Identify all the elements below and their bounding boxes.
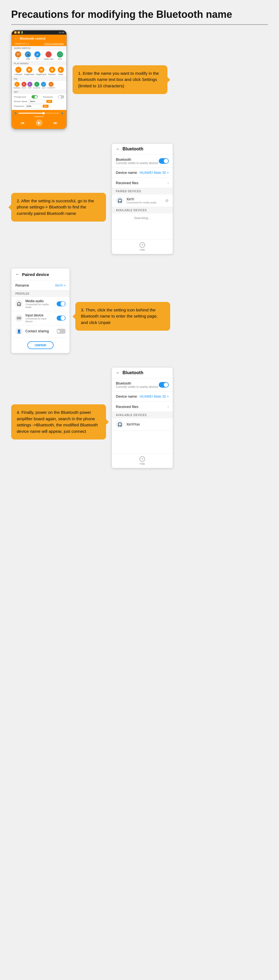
contact-sharing-label: Contact sharing (26, 329, 54, 333)
mode-singlecycle[interactable]: 🔂 SingleCycle (36, 67, 46, 75)
eq-jazz[interactable]: J JAZZ (41, 82, 46, 89)
profiles-header: PROFILES (11, 291, 70, 297)
eq-rock[interactable]: R ROCK (21, 82, 27, 89)
paired-device-gear-icon[interactable]: ⚙ (165, 199, 169, 203)
bluetooth-toggle-step4[interactable] (159, 382, 169, 388)
audio-icon-usb[interactable]: 🔌 USB (25, 51, 31, 60)
singlehead-icon: ➊ (26, 67, 32, 73)
media-audio-icon: 🎧 (15, 300, 22, 307)
eq-country-icon: C (49, 82, 54, 87)
status-time: 11:33 (59, 31, 64, 34)
eq-pop[interactable]: P POP (27, 82, 32, 89)
page-title: Precautions for modifying the Bluetooth … (11, 8, 268, 25)
received-files-chevron: › (167, 181, 169, 185)
tf-icon: TF (15, 51, 21, 57)
usb-icon: 🔌 (25, 51, 31, 57)
paired-device-info: XinYi Connected for media audio (126, 197, 163, 204)
password-set-btn[interactable]: Set (43, 105, 49, 108)
step1-bubble-text: 1. Enter the name you want to modify in … (78, 71, 159, 88)
media-audio-label: Media audio (26, 299, 54, 303)
settings-panel-step2: ← Bluetooth Bluetooth Currently visible … (112, 143, 173, 254)
step4-bubble: 4. Finally, power on the Bluetooth power… (11, 404, 106, 439)
spacer-step4 (112, 431, 173, 453)
settings-back-icon-step4[interactable]: ← (116, 370, 120, 375)
mode-singlehead[interactable]: ➊ SingleHead (24, 67, 34, 75)
back-arrow-icon[interactable]: ← (14, 37, 18, 40)
searching-text: Searching... (112, 213, 173, 223)
input-device-toggle[interactable] (57, 316, 65, 321)
received-files-row-step4[interactable]: Received files › (112, 401, 173, 412)
mode-random[interactable]: 🔀 Random (48, 67, 56, 75)
available-device-row[interactable]: 🎧 XinYiYun (112, 418, 173, 431)
set-section: Prompt tone Password Device Name Set Pas… (12, 94, 66, 110)
volume-label: Volume:24 (14, 116, 64, 118)
password-toggle[interactable] (58, 95, 64, 99)
next-btn[interactable]: ⏭ (54, 121, 57, 125)
bluetooth-toggle[interactable] (159, 158, 169, 164)
unpair-button[interactable]: UNPAIR (27, 341, 53, 349)
audio-icon-tf[interactable]: TF TF (15, 51, 21, 60)
device-name-label-step4: Device name (116, 394, 137, 398)
password-input[interactable] (25, 104, 41, 108)
singlecycle-icon: 🔂 (38, 67, 45, 73)
eq-label: EQ (12, 77, 66, 81)
device-name-row-step4[interactable]: Device name HUAWEI Mate 30 > (112, 391, 173, 401)
paired-devices-header-step2: PAIRED DEVICES (112, 188, 173, 194)
settings-back-icon[interactable]: ← (116, 146, 120, 151)
bluetooth-toggle-row-step4: Bluetooth Currently visible to nearby de… (112, 379, 173, 391)
paired-device-panel: ← Paired device Rename XinYi > PROFILES … (11, 268, 70, 353)
play-btn[interactable]: ▶ (36, 119, 42, 126)
available-devices-header-step4: AVAILABLE DEVICES (112, 412, 173, 418)
audio-icon-aux[interactable]: 🔊 AUX (57, 51, 63, 60)
audio-icon-audiocard[interactable]: 🎵 Audio card (44, 51, 53, 60)
input-device-icon: ⌨ (15, 315, 22, 322)
paired-device-icon: 🎧 (116, 197, 124, 205)
help-label-step4: Help (140, 462, 145, 465)
audio-switch-label: Audio switch (12, 46, 66, 50)
mode-order[interactable]: ▶ Order (58, 67, 64, 75)
bluetooth-label: Bluetooth (116, 158, 158, 162)
device-name-row-step2[interactable]: Device name HUAWEI Mate 30 > (112, 168, 173, 178)
help-circle-icon: ? (139, 242, 145, 248)
phone-sub-header: Version:V1.2.1 Click To Disconnect (12, 42, 66, 46)
prompt-tone-toggle[interactable] (32, 95, 38, 99)
media-audio-toggle[interactable] (57, 301, 65, 306)
eq-classic[interactable]: C CLASSIC (33, 82, 40, 89)
help-icon-step4[interactable]: ? Help (139, 456, 145, 465)
media-audio-row: 🎧 Media audio Connected for media audio (11, 297, 70, 311)
audio-icon-bt[interactable]: ⚡ BT (34, 51, 40, 60)
received-files-chevron-step4: › (167, 404, 169, 409)
prev-btn[interactable]: ⏮ (21, 121, 25, 125)
help-row-step2: ? Help (112, 239, 173, 254)
volume-bar[interactable] (18, 113, 60, 114)
disconnect-label[interactable]: Click To Disconnect (44, 42, 64, 45)
vol-down-icon[interactable]: 🔈 (14, 111, 17, 115)
settings-panel-step4: ← Bluetooth Bluetooth Currently visible … (112, 367, 173, 468)
contact-sharing-toggle[interactable] (57, 329, 65, 334)
step2-bubble: 2. After the setting is successful, go t… (11, 193, 106, 222)
settings-header-step2: ← Bluetooth (112, 144, 173, 154)
eq-normal[interactable]: N NORMAL (13, 82, 21, 89)
mode-listcycle[interactable]: ↻ ListCycle (14, 67, 22, 75)
received-files-label-step4: Received files (116, 405, 139, 409)
help-icon-step2[interactable]: ? Help (139, 242, 145, 251)
device-name-label-step2: Device name (116, 170, 137, 175)
media-audio-sub: Connected for media audio (26, 303, 54, 309)
volume-dot (42, 112, 45, 115)
step2-bubble-text: 2. After the setting is successful, go t… (17, 199, 94, 216)
contact-sharing-row: 👤 Contact sharing (11, 325, 70, 337)
device-name-set-btn[interactable]: Set (46, 100, 52, 103)
vol-up-icon[interactable]: 🔊 (61, 111, 64, 115)
phone-mockup-step1: 📶 📶 🔋 11:33 ← Bluetooth control Version:… (11, 30, 67, 129)
progress-section: 🔈 🔊 Volume:24 ⏮ ▶ ⏭ (12, 110, 66, 129)
settings-title-step4: Bluetooth (123, 370, 143, 375)
paired-back-icon[interactable]: ← (15, 272, 20, 277)
eq-country[interactable]: C COUNTRY (47, 82, 55, 89)
eq-pop-icon: P (27, 82, 32, 87)
received-files-row-step2[interactable]: Received files › (112, 178, 173, 188)
device-name-input[interactable] (29, 99, 45, 103)
bluetooth-sub: Currently visible to nearby devices (116, 162, 158, 165)
settings-header-step4: ← Bluetooth (112, 368, 173, 379)
rename-row[interactable]: Rename XinYi > (11, 280, 70, 291)
prompt-tone-label: Prompt tone (14, 96, 26, 98)
